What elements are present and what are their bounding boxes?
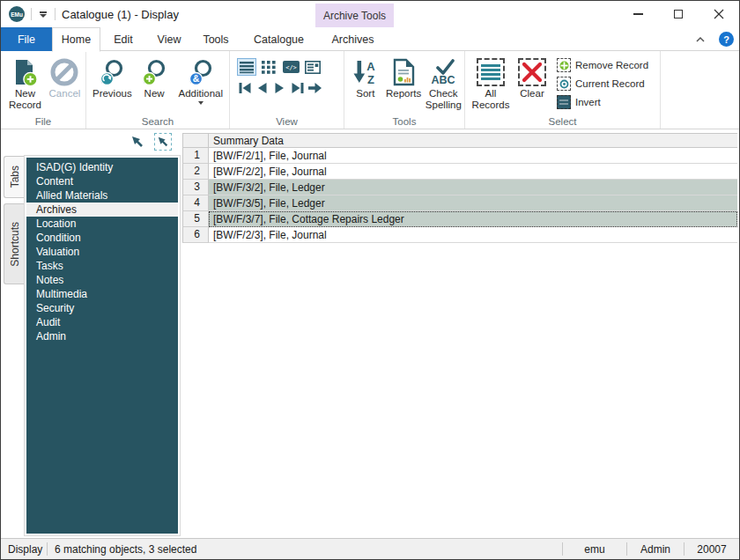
close-button[interactable] (699, 1, 739, 27)
sidebar-item-allied-materials[interactable]: Allied Materials (26, 188, 178, 203)
summary-data-header[interactable]: Summary Data (209, 134, 737, 148)
status-bar: Display 6 matching objects, 3 selected e… (1, 538, 739, 559)
help-button[interactable]: ? (719, 32, 734, 47)
reports-button[interactable]: Reports (383, 55, 425, 99)
grid-view-icon (262, 61, 276, 74)
maximize-button[interactable] (658, 1, 699, 27)
sidebar-item-condition[interactable]: Condition (26, 231, 178, 245)
remove-record-button[interactable]: Remove Record (557, 57, 648, 73)
tab-tools[interactable]: Tools (192, 27, 240, 51)
window-controls (618, 1, 739, 27)
sidebar-vertical-tab-tabs[interactable]: Tabs (4, 156, 25, 198)
grid-view-button[interactable] (259, 58, 278, 76)
first-record-icon (238, 82, 252, 94)
additional-search-icon: & (187, 56, 215, 88)
last-record-button[interactable] (290, 81, 305, 95)
row-summary[interactable]: [BW/F/2/3], File, Journal (209, 227, 737, 243)
form-view-icon (305, 61, 321, 74)
invert-selection-icon (557, 95, 571, 109)
tab-file[interactable]: File (1, 27, 52, 51)
tab-archives[interactable]: Archives (318, 27, 388, 51)
code-view-button[interactable]: </> (281, 58, 300, 76)
tab-view[interactable]: View (146, 27, 192, 51)
new-search-icon (140, 56, 168, 88)
row-number[interactable]: 5 (182, 211, 209, 227)
invert-selection-button[interactable]: Invert (557, 94, 648, 110)
quick-access-dropdown-icon[interactable] (38, 9, 48, 20)
additional-search-button[interactable]: & Additional (174, 55, 227, 105)
row-summary[interactable]: [BW/F/2/1], File, Journal (209, 148, 737, 164)
row-number[interactable]: 3 (182, 180, 209, 195)
svg-text:A: A (366, 60, 375, 73)
sidebar-item-valuation[interactable]: Valuation (26, 245, 178, 259)
sidebar-item-content[interactable]: Content (26, 174, 178, 188)
clear-selection-button[interactable]: Clear (513, 55, 551, 99)
remove-record-icon (557, 58, 571, 72)
minimize-button[interactable] (618, 1, 658, 27)
previous-record-button[interactable] (255, 81, 270, 95)
sidebar-item-notes[interactable]: Notes (26, 273, 178, 287)
sidebar-item-archives[interactable]: Archives (26, 203, 178, 217)
ribbon-group-search: Previous New (86, 51, 230, 129)
tab-catalogue[interactable]: Catalogue (240, 27, 318, 51)
ribbon-group-view: </> (230, 51, 344, 129)
list-view-button[interactable] (237, 58, 256, 76)
form-view-button[interactable] (303, 58, 322, 76)
next-record-button[interactable] (272, 81, 287, 95)
sidebar-item-multimedia[interactable]: Multimedia (26, 287, 178, 301)
select-arrow-button[interactable] (129, 133, 146, 151)
all-records-icon (477, 56, 505, 88)
all-records-button[interactable]: All Records (469, 55, 513, 111)
cursor-arrow-boxed-icon (157, 136, 169, 148)
row-summary[interactable]: [BW/F/2/2], File, Journal (209, 164, 737, 180)
ribbon-group-file: New Record Cancel File (1, 51, 86, 129)
sidebar-item-audit[interactable]: Audit (26, 315, 178, 329)
list-view-icon (239, 61, 255, 74)
table-row[interactable]: 3 [BW/F/3/2], File, Ledger (182, 180, 737, 195)
select-region-button[interactable] (154, 133, 172, 151)
new-search-button[interactable]: New (135, 55, 174, 99)
check-spelling-button[interactable]: ABC Check Spelling (425, 55, 462, 111)
first-record-button[interactable] (237, 81, 252, 95)
row-number[interactable]: 6 (182, 227, 209, 243)
app-logo-icon[interactable]: EMu (9, 6, 25, 22)
group-label-file: File (1, 116, 85, 127)
tab-home[interactable]: Home (52, 27, 100, 52)
code-view-icon: </> (283, 61, 300, 73)
table-row[interactable]: 4 [BW/F/3/5], File, Ledger (182, 195, 737, 211)
status-user: Admin (627, 543, 684, 556)
table-row[interactable]: 5 [BW/F/3/7], File, Cottage Repairs Ledg… (182, 211, 737, 227)
table-header-row: Summary Data (182, 133, 737, 148)
sidebar-vertical-tab-shortcuts[interactable]: Shortcuts (4, 203, 25, 284)
cancel-button[interactable]: Cancel (46, 55, 84, 99)
sidebar-item-admin[interactable]: Admin (26, 329, 178, 343)
sidebar-item-isadg-identity[interactable]: ISAD(G) Identity (26, 160, 178, 174)
row-summary[interactable]: [BW/F/3/7], File, Cottage Repairs Ledger (209, 211, 737, 227)
row-number-header[interactable] (182, 134, 209, 148)
sidebar-item-security[interactable]: Security (26, 301, 178, 315)
collapse-ribbon-button[interactable] (694, 35, 707, 44)
previous-search-button[interactable]: Previous (90, 55, 135, 99)
sort-button[interactable]: A Z Sort (348, 55, 383, 99)
sidebar-item-tasks[interactable]: Tasks (26, 259, 178, 273)
close-icon (714, 9, 724, 19)
group-label-tools: Tools (344, 116, 464, 127)
table-row[interactable]: 1 [BW/F/2/1], File, Journal (182, 148, 737, 164)
new-record-button[interactable]: New Record (4, 55, 46, 111)
row-summary[interactable]: [BW/F/3/5], File, Ledger (209, 195, 737, 211)
status-message: 6 matching objects, 3 selected (48, 543, 204, 556)
sidebar-item-location[interactable]: Location (26, 217, 178, 231)
row-summary[interactable]: [BW/F/3/2], File, Ledger (209, 180, 737, 195)
current-record-button[interactable]: Current Record (557, 76, 648, 92)
tab-edit[interactable]: Edit (100, 27, 146, 51)
divider (55, 8, 56, 20)
row-number[interactable]: 1 (182, 148, 209, 164)
row-number[interactable]: 2 (182, 164, 209, 180)
table-row[interactable]: 6 [BW/F/2/3], File, Journal (182, 227, 737, 243)
sort-icon: A Z (352, 56, 379, 88)
goto-record-button[interactable] (307, 81, 322, 95)
last-record-icon (291, 82, 305, 94)
table-row[interactable]: 2 [BW/F/2/2], File, Journal (182, 164, 737, 180)
row-number[interactable]: 4 (182, 195, 209, 211)
ribbon: New Record Cancel File (1, 51, 739, 129)
